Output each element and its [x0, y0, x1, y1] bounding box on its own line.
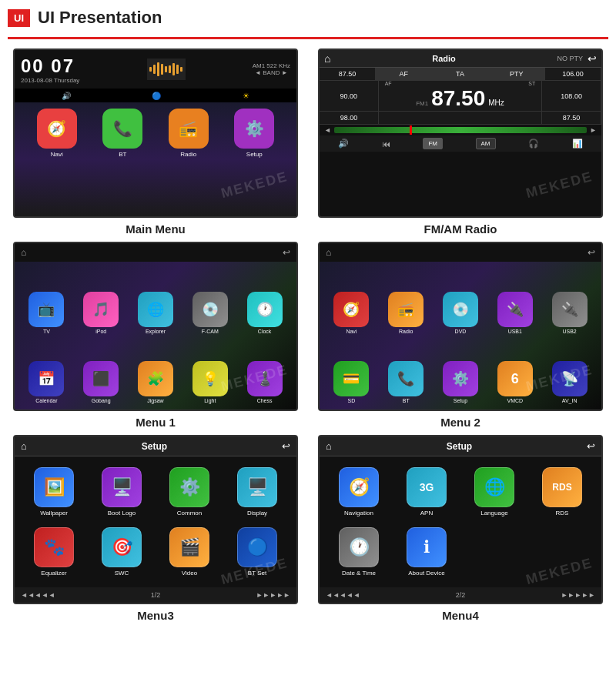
menu2-topbar: ⌂ ↩ [320, 243, 601, 262]
setup4-navigation[interactable]: 🧭 Navigation [327, 464, 390, 520]
mm-vol-icon: 🔊 [62, 92, 71, 100]
pty-btn[interactable]: PTY [489, 68, 545, 80]
menu1-home-icon[interactable]: ⌂ [21, 247, 26, 258]
menu1-app-calendar[interactable]: 📅 Calendar [21, 337, 72, 403]
setup3-home-icon[interactable]: ⌂ [21, 440, 27, 452]
setup3-swc[interactable]: 🎯 SWC [90, 524, 153, 580]
chess-icon: ♟️ [247, 361, 283, 396]
menu1-app-jigsaw[interactable]: 🧩 Jigsaw [130, 337, 182, 403]
setup3-common[interactable]: ⚙️ Common [158, 464, 221, 520]
menu1-app-tv[interactable]: 📺 TV [21, 268, 72, 334]
setup3-page: 1/2 [151, 591, 161, 599]
language-icon: 🌐 [474, 467, 514, 507]
setup4-home-icon[interactable]: ⌂ [326, 440, 332, 452]
ipod-label: iPod [95, 329, 106, 334]
setup4-prev-arrows[interactable]: ◄◄◄◄◄ [326, 591, 360, 599]
setup3-title: Setup [142, 441, 167, 452]
slider-right-arrow[interactable]: ► [590, 126, 597, 134]
calendar-icon: 📅 [28, 361, 64, 396]
main-menu-screen[interactable]: 00 07 2013-08-08 Thursday [13, 48, 298, 218]
menu3-screen[interactable]: ⌂ Setup ↩ 🖼️ Wallpaper 🖥️ Boot Logo ⚙️ [13, 435, 298, 604]
menu2-app-radio[interactable]: 📻 Radio [380, 268, 432, 334]
setup3-wallpaper[interactable]: 🖼️ Wallpaper [22, 464, 85, 520]
menu1-app-clock[interactable]: 🕐 Clock [239, 268, 290, 334]
menu1-app-gobang[interactable]: ⬛ Gobang [75, 337, 127, 403]
menu2-home-icon[interactable]: ⌂ [326, 247, 331, 258]
setup4-rds[interactable]: RDS RDS [531, 464, 594, 520]
mhz-label: MHz [488, 99, 504, 107]
setup3-prev-arrows[interactable]: ◄◄◄◄◄ [21, 591, 55, 599]
setup3-display[interactable]: 🖥️ Display [226, 464, 289, 520]
eq-icon[interactable]: 📊 [572, 139, 583, 149]
mm-icons-row: 🔊 🔵 ☀ [15, 89, 296, 102]
headphone-icon[interactable]: 🎧 [528, 139, 539, 149]
setup4-datetime[interactable]: 🕐 Date & Time [327, 524, 390, 580]
chess-label: Chess [257, 398, 273, 403]
vol-icon-radio[interactable]: 🔊 [338, 139, 349, 149]
mm-app-setup[interactable]: ⚙️ Setup [234, 109, 274, 158]
setup3-btset[interactable]: 🔵 BT Set [226, 524, 289, 580]
setup3-next-arrows[interactable]: ►►►►► [256, 591, 290, 599]
menu2-app-usb2[interactable]: 🔌 USB2 [544, 268, 595, 334]
setup3-video[interactable]: 🎬 Video [158, 524, 221, 580]
menu2-app-navi[interactable]: 🧭 Navi [326, 268, 377, 334]
usb1-icon-m2: 🔌 [497, 292, 533, 327]
radio-slider-track[interactable] [334, 127, 587, 133]
video-label: Video [182, 570, 197, 577]
menu2-app-dvd[interactable]: 💿 DVD [435, 268, 487, 334]
menu4-screen[interactable]: ⌂ Setup ↩ 🧭 Navigation 3G APN 🌐 L [318, 435, 603, 604]
radio-header: ⌂ Radio NO PTY ↩ [320, 50, 601, 68]
bootlogo-icon: 🖥️ [102, 467, 142, 507]
mm-app-radio[interactable]: 📻 Radio [169, 109, 209, 158]
setup4-apn[interactable]: 3G APN [395, 464, 458, 520]
menu1-app-explorer[interactable]: 🌐 Explorer [130, 268, 182, 334]
menu1-back-icon[interactable]: ↩ [283, 247, 290, 258]
setup4-next-arrows[interactable]: ►►►►► [561, 591, 595, 599]
home-icon[interactable]: ⌂ [324, 52, 330, 65]
setup3-back-icon[interactable]: ↩ [282, 440, 290, 452]
prev-icon-radio[interactable]: ⏮ [382, 139, 390, 149]
menu1-app-ipod[interactable]: 🎵 iPod [75, 268, 127, 334]
radio-screen[interactable]: ⌂ Radio NO PTY ↩ 87.50 AF TA PTY 106.00 [318, 48, 603, 218]
menu2-app-avin[interactable]: 📡 AV_IN [544, 337, 595, 403]
menu2-app-sd[interactable]: 💳 SD [326, 337, 377, 403]
setup4-back-icon[interactable]: ↩ [587, 440, 595, 452]
mm-app-navi[interactable]: 🧭 Navi [37, 109, 77, 158]
menu2-app-setup[interactable]: ⚙️ Setup [435, 337, 487, 403]
menu1-app-light[interactable]: 💡 Light [184, 337, 236, 403]
fcam-label: F-CAM [202, 329, 219, 334]
ta-btn[interactable]: TA [432, 68, 488, 80]
setup3-bootlogo[interactable]: 🖥️ Boot Logo [90, 464, 153, 520]
back-icon[interactable]: ↩ [588, 52, 597, 65]
freq-87-cell[interactable]: 87.50 [320, 68, 376, 80]
cell-menu4: ⌂ Setup ↩ 🧭 Navigation 3G APN 🌐 L [313, 435, 608, 622]
fm-am-caption: FM/AM Radio [424, 222, 497, 236]
af-btn[interactable]: AF [376, 68, 432, 80]
radio-slider-row: ◄ ► [320, 125, 601, 135]
menu2-back-icon[interactable]: ↩ [588, 247, 595, 258]
radio-label: Radio [180, 151, 196, 158]
setup3-equalizer[interactable]: 🐾 Equalizer [22, 524, 85, 580]
menu2-app-usb1[interactable]: 🔌 USB1 [489, 268, 541, 334]
menu1-screen[interactable]: ⌂ ↩ 📺 TV 🎵 iPod 🌐 Explorer [13, 242, 298, 411]
setup4-header: ⌂ Setup ↩ [320, 436, 601, 456]
setup4-language[interactable]: 🌐 Language [463, 464, 526, 520]
fm-btn[interactable]: FM [423, 138, 443, 149]
setup4-empty1 [463, 524, 526, 580]
mm-wave-lines [149, 62, 182, 76]
menu2-app-bt[interactable]: 📞 BT [380, 337, 432, 403]
setup4-aboutdevice[interactable]: ℹ About Device [395, 524, 458, 580]
cell-menu3: ⌂ Setup ↩ 🖼️ Wallpaper 🖥️ Boot Logo ⚙️ [8, 435, 303, 622]
radio-row-3: 98.00 87.50 [320, 112, 601, 125]
menu1-app-fcam[interactable]: 💿 F-CAM [184, 268, 236, 334]
slider-left-arrow[interactable]: ◄ [324, 126, 331, 134]
apn-label: APN [420, 510, 433, 517]
header-badge: UI [8, 9, 30, 27]
am-btn[interactable]: AM [476, 138, 496, 149]
jigsaw-icon: 🧩 [138, 361, 173, 396]
menu2-app-vmcd[interactable]: 6 VMCD [489, 337, 541, 403]
aboutdevice-icon: ℹ [407, 527, 447, 567]
menu1-app-chess[interactable]: ♟️ Chess [239, 337, 290, 403]
menu2-screen[interactable]: ⌂ ↩ 🧭 Navi 📻 Radio 💿 DVD [318, 242, 603, 411]
mm-app-bt[interactable]: 📞 BT [102, 109, 142, 158]
